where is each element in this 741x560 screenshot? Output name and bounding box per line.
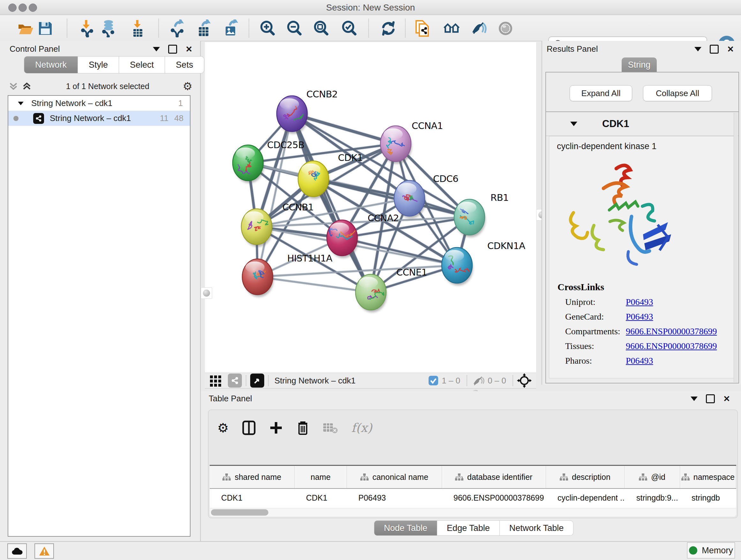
toolbar-separator bbox=[405, 19, 406, 37]
node-label-CCNA1: CCNA1 bbox=[412, 120, 443, 131]
table-options-gear-icon[interactable]: ⚙ bbox=[217, 422, 229, 434]
node-label-CCNB2: CCNB2 bbox=[307, 89, 338, 100]
network-style-icon[interactable] bbox=[228, 374, 242, 388]
export-network-icon[interactable] bbox=[168, 19, 186, 37]
float-panel-icon[interactable] bbox=[706, 394, 715, 403]
fit-selection-crosshair-icon[interactable] bbox=[517, 373, 532, 388]
first-neighbors-icon[interactable] bbox=[443, 19, 461, 37]
close-panel-icon[interactable]: ✕ bbox=[727, 45, 734, 53]
refresh-icon[interactable] bbox=[380, 19, 397, 37]
network-node-CDKN1A[interactable]: CDKN1A bbox=[442, 240, 525, 286]
network-node-CCNB2[interactable]: CCNB2 bbox=[277, 89, 338, 134]
table-row[interactable]: CDK1CDK1P064939606.ENSP00000378699cyclin… bbox=[210, 489, 736, 507]
clone-network-icon[interactable] bbox=[413, 19, 431, 37]
network-node-CCNE1[interactable]: CCNE1 bbox=[355, 267, 427, 312]
gene-section-header[interactable]: CDK1 bbox=[546, 112, 738, 136]
float-panel-icon[interactable] bbox=[168, 45, 177, 54]
left-splitter-handle[interactable] bbox=[201, 287, 212, 299]
show-columns-icon[interactable] bbox=[242, 421, 256, 435]
cytoscape-window: Session: New Session bbox=[0, 0, 741, 560]
zoom-in-icon[interactable] bbox=[259, 19, 276, 37]
selected-checkbox-icon[interactable] bbox=[428, 375, 439, 386]
collapse-panel-icon[interactable] bbox=[690, 396, 697, 401]
expand-all-button[interactable]: Expand All bbox=[569, 85, 632, 101]
collapse-section-icon[interactable] bbox=[570, 122, 577, 126]
import-table-file-icon[interactable] bbox=[129, 19, 147, 37]
memory-label: Memory bbox=[702, 546, 733, 556]
open-session-icon[interactable] bbox=[17, 19, 35, 37]
delete-column-icon[interactable] bbox=[296, 420, 309, 435]
column-header-database-identifier[interactable]: database identifier bbox=[442, 466, 546, 488]
hidden-eye-icon[interactable] bbox=[471, 375, 485, 386]
network-tree: String Network – cdk1 1 String Network –… bbox=[8, 95, 191, 537]
table-cell: CDK1 bbox=[294, 489, 347, 507]
show-graphics-details-icon[interactable] bbox=[496, 19, 515, 37]
import-network-file-icon[interactable] bbox=[78, 19, 96, 37]
function-builder-icon[interactable]: f(x) bbox=[351, 421, 372, 435]
results-panel: Results Panel ✕ String Expand All Collap… bbox=[542, 41, 741, 385]
column-header-name[interactable]: name bbox=[294, 466, 347, 488]
tab-edge-table[interactable]: Edge Table bbox=[437, 520, 500, 536]
grid-view-icon[interactable] bbox=[209, 374, 223, 388]
tab-network[interactable]: Network bbox=[24, 56, 78, 73]
network-collection-row[interactable]: String Network – cdk1 1 bbox=[8, 96, 190, 111]
zoom-selected-icon[interactable] bbox=[340, 19, 358, 37]
hide-graphics-details-icon[interactable] bbox=[469, 19, 487, 37]
export-image-icon[interactable] bbox=[222, 19, 240, 37]
network-canvas[interactable]: CCNB2CCNA1CDC25BCDK1CDC6RB1CCNB1CCNA2CDK… bbox=[205, 42, 536, 373]
birds-eye-view-icon[interactable] bbox=[250, 374, 264, 388]
node-table: shared namenamecanonical namedatabase id… bbox=[210, 465, 736, 508]
collapse-panel-icon[interactable] bbox=[153, 47, 160, 51]
expand-all-icon[interactable] bbox=[21, 81, 32, 91]
crosslink-genecard-link[interactable]: P06493 bbox=[626, 312, 653, 322]
control-panel: Control Panel ✕ NetworkStyleSelectSets 1… bbox=[0, 41, 201, 541]
node-label-CDKN1A: CDKN1A bbox=[487, 240, 525, 251]
column-header-shared-name[interactable]: shared name bbox=[210, 466, 294, 488]
collapse-panel-icon[interactable] bbox=[694, 47, 701, 51]
collapse-all-button[interactable]: Collapse All bbox=[643, 85, 712, 101]
column-header-description[interactable]: description bbox=[546, 466, 625, 488]
network-row[interactable]: String Network – cdk1 11 48 bbox=[8, 111, 190, 126]
collection-count: 1 bbox=[179, 98, 183, 108]
crosslink-row: Uniprot:P06493 bbox=[565, 297, 735, 307]
collapse-all-icon[interactable] bbox=[8, 81, 19, 91]
crosslink-uniprot-link[interactable]: P06493 bbox=[626, 297, 653, 307]
tab-network-table[interactable]: Network Table bbox=[500, 520, 574, 536]
float-panel-icon[interactable] bbox=[710, 45, 719, 54]
tab-node-table[interactable]: Node Table bbox=[374, 520, 437, 536]
gene-details: cyclin-dependent kinase 1 bbox=[549, 136, 736, 378]
zoom-fit-icon[interactable] bbox=[312, 19, 330, 37]
crosslink-pharos-link[interactable]: P06493 bbox=[626, 356, 653, 366]
column-header-namespace[interactable]: namespace bbox=[680, 466, 736, 488]
network-options-gear-icon[interactable]: ⚙ bbox=[183, 81, 192, 91]
tab-sets[interactable]: Sets bbox=[165, 56, 204, 73]
column-header-canonical-name[interactable]: canonical name bbox=[347, 466, 442, 488]
table-cell: stringdb:9... bbox=[625, 489, 680, 507]
zoom-out-icon[interactable] bbox=[285, 19, 303, 37]
memory-button[interactable]: Memory bbox=[687, 543, 735, 558]
column-header--id[interactable]: @id bbox=[624, 466, 680, 488]
results-scrollbar[interactable] bbox=[734, 113, 738, 382]
close-panel-icon[interactable]: ✕ bbox=[185, 45, 192, 53]
save-session-icon[interactable] bbox=[37, 19, 54, 37]
crosslink-tissues-link[interactable]: 9606.ENSP00000378699 bbox=[626, 341, 717, 351]
toolbar-separator bbox=[249, 19, 249, 37]
table-horizontal-scrollbar[interactable] bbox=[210, 508, 736, 516]
export-table-icon[interactable] bbox=[195, 19, 213, 37]
crosslink-compartments-link[interactable]: 9606.ENSP00000378699 bbox=[626, 326, 717, 336]
toolbar-separator bbox=[67, 19, 67, 37]
tree-expand-icon[interactable] bbox=[18, 102, 23, 105]
cloud-button[interactable] bbox=[7, 543, 27, 559]
warnings-button[interactable] bbox=[35, 543, 54, 559]
tab-string[interactable]: String bbox=[622, 57, 657, 72]
delete-table-icon[interactable] bbox=[323, 422, 338, 434]
tab-select[interactable]: Select bbox=[119, 56, 165, 73]
gene-description: cyclin-dependent kinase 1 bbox=[557, 141, 735, 151]
close-panel-icon[interactable]: ✕ bbox=[723, 395, 730, 403]
network-node-RB1[interactable]: RB1 bbox=[454, 192, 509, 237]
tab-style[interactable]: Style bbox=[78, 56, 119, 73]
import-network-database-icon[interactable] bbox=[99, 19, 118, 37]
scrollbar-thumb[interactable] bbox=[211, 509, 268, 516]
add-column-icon[interactable] bbox=[269, 421, 283, 435]
network-view-toolbar: String Network – cdk1 1 – 0 0 – 0 bbox=[205, 373, 536, 388]
